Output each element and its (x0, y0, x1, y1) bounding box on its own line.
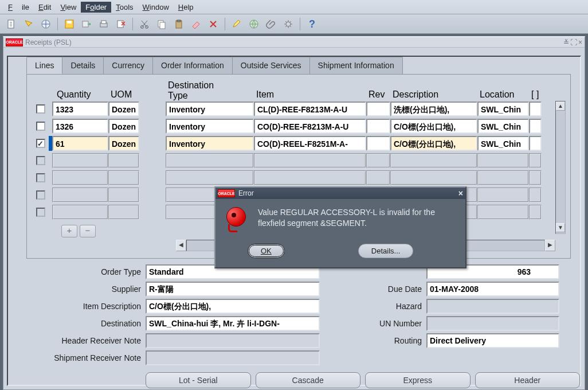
tools-icon[interactable] (281, 17, 295, 31)
save-icon[interactable] (62, 17, 76, 31)
restore-icon[interactable]: ⛶ (570, 38, 577, 46)
delete-icon[interactable] (206, 17, 220, 31)
row-checkbox (36, 156, 45, 165)
window-title: Receipts (PSL) (25, 38, 72, 46)
uom-field[interactable]: Dozen (108, 102, 139, 116)
description-field[interactable]: C/O標(分出口地), (390, 119, 477, 134)
header-button[interactable]: Header (475, 372, 581, 388)
translate-icon[interactable] (247, 17, 261, 31)
attachments-icon[interactable] (264, 17, 278, 31)
item-desc-field[interactable]: C/O標(分出口地), (146, 299, 320, 314)
scroll-up-icon[interactable]: ▲ (556, 102, 565, 111)
description-field[interactable]: 洗標(分出口地), (390, 102, 477, 116)
scroll-down-icon[interactable]: ▼ (556, 223, 565, 232)
menu-edit[interactable]: Edit (34, 2, 56, 13)
location-field[interactable]: SWL_Chin (477, 102, 529, 116)
empty-cell (529, 205, 542, 220)
menu-tools[interactable]: Tools (111, 2, 138, 13)
tab-shipment-info[interactable]: Shipment Information (309, 57, 403, 74)
ship-recv-field (146, 350, 320, 365)
rev-field[interactable] (366, 136, 390, 151)
clear-icon[interactable] (189, 17, 203, 31)
quantity-field[interactable]: 61 (52, 136, 108, 151)
empty-cell (477, 205, 529, 220)
hazard-label: Hazard (320, 302, 426, 311)
tab-currency[interactable]: Currency (103, 57, 153, 74)
dialog-titlebar[interactable]: ORACLE Error × (215, 188, 465, 199)
empty-cell (390, 153, 477, 168)
navigator-icon[interactable] (39, 17, 53, 31)
quantity-field[interactable]: 1323 (52, 102, 108, 116)
menu-window[interactable]: Window (138, 2, 174, 13)
find-icon[interactable] (22, 17, 36, 31)
remove-row-button[interactable]: − (80, 225, 96, 237)
item-field[interactable]: CO(D)-REEL-F8251M-A- (254, 136, 366, 151)
svg-point-15 (286, 22, 291, 26)
rev-field[interactable] (366, 119, 390, 134)
col-description: Description (390, 80, 477, 101)
next-step-icon[interactable] (80, 17, 93, 31)
flex-field[interactable] (529, 119, 542, 134)
svg-rect-3 (67, 21, 72, 24)
item-field[interactable]: CO(D)-REE-F8213M-A-U (254, 119, 366, 134)
tab-details[interactable]: Details (62, 57, 104, 74)
express-button[interactable]: Express (365, 372, 471, 388)
row-checkbox[interactable] (36, 104, 45, 114)
location-field[interactable]: SWL_Chin (477, 136, 529, 151)
dest-type-field[interactable]: Inventory (166, 119, 254, 134)
separator (225, 18, 225, 30)
paste-icon[interactable] (172, 17, 186, 31)
empty-cell (254, 153, 366, 168)
edit-field-icon[interactable] (230, 17, 244, 31)
supplier-label: Supplier (29, 284, 146, 294)
description-field[interactable]: C/O標(分出口地), (390, 136, 477, 151)
row-checkbox[interactable] (36, 139, 45, 148)
due-date-label: Due Date (320, 284, 426, 294)
destination-field[interactable]: SWL_China-hui 李, Mr. 卉 li-I-DGN- (146, 316, 320, 331)
dialog-close-icon[interactable]: × (458, 189, 463, 198)
vertical-scrollbar[interactable]: ▲ ▼ (555, 101, 566, 234)
location-field[interactable]: SWL_Chin (477, 119, 529, 134)
routing-field[interactable]: Direct Delivery (426, 333, 559, 348)
lot-serial-button[interactable]: Lot - Serial (146, 372, 251, 388)
flex-field[interactable] (529, 102, 542, 116)
uom-field[interactable]: Dozen (108, 136, 139, 151)
item-field[interactable]: CL(D)-REE-F8213M-A-U (254, 102, 366, 116)
menu-view[interactable]: View (56, 2, 81, 13)
add-row-button[interactable]: + (61, 225, 77, 237)
tab-outside-services[interactable]: Outside Services (232, 57, 310, 74)
row-checkbox[interactable] (36, 122, 45, 131)
close-window-icon[interactable]: × (578, 38, 582, 46)
menu-help[interactable]: Help (174, 2, 198, 13)
quantity-field[interactable]: 1326 (52, 119, 108, 134)
due-date-field[interactable]: 01-MAY-2008 (426, 282, 559, 297)
table-row-empty (32, 170, 554, 186)
print-icon[interactable] (97, 17, 111, 31)
menu-folder[interactable]: Folder (81, 2, 111, 13)
cascade-button[interactable]: Cascade (256, 372, 361, 388)
copy-icon[interactable] (155, 17, 168, 31)
scroll-right-icon[interactable]: ▶ (545, 240, 555, 251)
rev-field[interactable] (366, 102, 390, 116)
detail-form: Order Type Standard 963 Supplier R-富陽 Du… (29, 264, 571, 365)
flex-field[interactable] (529, 136, 542, 151)
empty-cell (529, 188, 542, 202)
scroll-left-icon[interactable]: ◀ (176, 240, 186, 251)
tab-order-info[interactable]: Order Information (152, 57, 233, 74)
empty-cell (390, 170, 477, 185)
order-type-label: Order Type (29, 267, 146, 276)
dialog-ok-button[interactable]: OK (248, 244, 285, 258)
uom-field[interactable]: Dozen (108, 119, 139, 134)
tab-lines[interactable]: Lines (26, 57, 62, 74)
dest-type-field[interactable]: Inventory (166, 102, 254, 116)
dest-type-field[interactable]: Inventory (166, 136, 254, 151)
col-quantity: Quantity (52, 80, 108, 101)
dialog-details-button[interactable]: Details... (358, 244, 414, 258)
help-icon[interactable]: ? (305, 17, 319, 31)
close-form-icon[interactable] (114, 17, 128, 31)
cut-icon[interactable] (138, 17, 151, 31)
minimize-icon[interactable]: ≚ (563, 38, 569, 46)
new-icon[interactable] (5, 17, 18, 31)
supplier-field[interactable]: R-富陽 (146, 282, 320, 297)
menu-file[interactable]: File (3, 2, 34, 13)
